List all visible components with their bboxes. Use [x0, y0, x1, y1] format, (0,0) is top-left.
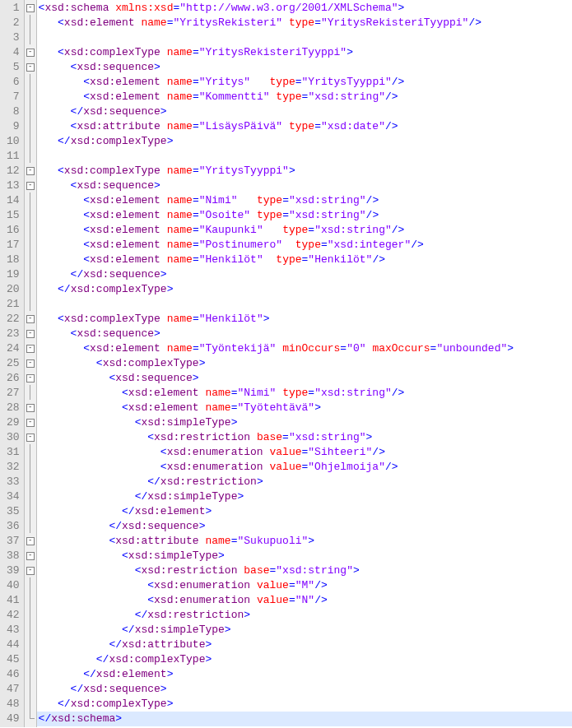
fold-cell[interactable] — [25, 489, 36, 503]
code-line[interactable]: <xsd:enumeration value="N"/> — [37, 593, 572, 608]
fold-cell[interactable] — [25, 607, 36, 622]
fold-cell[interactable]: - — [25, 59, 36, 74]
fold-cell[interactable]: - — [25, 341, 36, 355]
fold-cell[interactable] — [25, 192, 36, 207]
code-line[interactable]: <xsd:element name="Kaupunki" type="xsd:s… — [37, 223, 572, 238]
fold-cell[interactable] — [25, 30, 36, 44]
code-line[interactable]: <xsd:complexType name="Henkilöt"> — [37, 312, 572, 327]
code-line[interactable]: <xsd:sequence> — [37, 327, 572, 341]
code-line[interactable]: </xsd:complexType> — [37, 697, 572, 712]
code-line[interactable]: </xsd:complexType> — [37, 134, 572, 149]
code-line[interactable]: <xsd:element name="Henkilöt" type="Henki… — [37, 253, 572, 267]
code-line[interactable]: <xsd:element name="Työtehtävä"> — [37, 401, 572, 415]
code-line[interactable] — [37, 30, 572, 45]
fold-cell[interactable]: - — [25, 326, 36, 341]
fold-open-icon[interactable]: - — [26, 330, 35, 338]
fold-cell[interactable] — [25, 503, 36, 518]
fold-cell[interactable] — [25, 267, 36, 281]
fold-cell[interactable] — [25, 385, 36, 400]
code-line[interactable]: <xsd:simpleType> — [37, 415, 572, 430]
fold-cell[interactable]: - — [25, 355, 36, 370]
fold-open-icon[interactable]: - — [26, 167, 35, 175]
fold-open-icon[interactable]: - — [26, 374, 35, 383]
fold-open-icon[interactable]: - — [26, 49, 35, 57]
code-line[interactable]: <xsd:complexType> — [37, 356, 572, 371]
code-line[interactable]: <xsd:element name="Kommentti" type="xsd:… — [37, 90, 572, 104]
code-line[interactable]: <xsd:element name="Postinumero" type="xs… — [37, 238, 572, 253]
fold-open-icon[interactable]: - — [26, 552, 35, 560]
code-line[interactable]: <xsd:sequence> — [37, 371, 572, 386]
code-line[interactable]: <xsd:element name="Työntekijä" minOccurs… — [37, 341, 572, 356]
fold-cell[interactable] — [25, 637, 36, 651]
fold-cell[interactable] — [25, 74, 36, 89]
fold-cell[interactable]: - — [25, 44, 36, 59]
code-line[interactable]: <xsd:enumeration value="M"/> — [37, 578, 572, 593]
fold-cell[interactable] — [25, 696, 36, 711]
code-line[interactable]: <xsd:sequence> — [37, 60, 572, 75]
fold-cell[interactable] — [25, 459, 36, 474]
fold-cell[interactable]: - — [25, 311, 36, 326]
code-line[interactable]: <xsd:restriction base="xsd:string"> — [37, 430, 572, 445]
code-line[interactable]: <xsd:element name="Nimi" type="xsd:strin… — [37, 193, 572, 208]
code-line[interactable]: </xsd:complexType> — [37, 282, 572, 297]
fold-cell[interactable] — [25, 622, 36, 637]
fold-cell[interactable] — [25, 104, 36, 118]
fold-cell[interactable]: - — [25, 548, 36, 563]
fold-open-icon[interactable]: - — [26, 4, 35, 12]
code-line[interactable]: <xsd:complexType name="YritysTyyppi"> — [37, 164, 572, 179]
fold-cell[interactable] — [25, 474, 36, 489]
fold-cell[interactable]: - — [25, 533, 36, 548]
code-line[interactable]: </xsd:simpleType> — [37, 489, 572, 504]
fold-cell[interactable]: - — [25, 0, 36, 15]
fold-open-icon[interactable]: - — [26, 315, 35, 323]
code-line[interactable]: <xsd:enumeration value="Sihteeri"/> — [37, 445, 572, 460]
fold-cell[interactable] — [25, 133, 36, 148]
code-line[interactable]: </xsd:sequence> — [37, 519, 572, 534]
code-line[interactable]: </xsd:restriction> — [37, 475, 572, 489]
fold-cell[interactable] — [25, 666, 36, 681]
fold-cell[interactable]: - — [25, 370, 36, 385]
fold-open-icon[interactable]: - — [26, 434, 35, 442]
code-line[interactable]: <xsd:element name="Nimi" type="xsd:strin… — [37, 386, 572, 401]
code-line[interactable]: <xsd:simpleType> — [37, 549, 572, 563]
code-line[interactable]: <xsd:attribute name="Sukupuoli"> — [37, 534, 572, 549]
code-area[interactable]: <xsd:schema xmlns:xsd="http://www.w3.org… — [37, 0, 572, 727]
code-line[interactable]: </xsd:sequence> — [37, 104, 572, 119]
code-line[interactable]: <xsd:complexType name="YritysRekisteriTy… — [37, 45, 572, 60]
fold-cell[interactable] — [25, 651, 36, 666]
fold-cell[interactable] — [25, 518, 36, 533]
fold-cell[interactable] — [25, 118, 36, 133]
code-line[interactable]: </xsd:sequence> — [37, 682, 572, 697]
fold-open-icon[interactable]: - — [26, 359, 35, 368]
fold-cell[interactable] — [25, 592, 36, 607]
fold-gutter[interactable]: ---------------- — [25, 0, 37, 727]
code-line[interactable]: <xsd:restriction base="xsd:string"> — [37, 563, 572, 578]
fold-cell[interactable] — [25, 444, 36, 459]
code-line[interactable]: <xsd:enumeration value="Ohjelmoija"/> — [37, 460, 572, 475]
fold-open-icon[interactable]: - — [26, 404, 35, 412]
fold-cell[interactable] — [25, 89, 36, 104]
code-line[interactable]: <xsd:element name="YritysRekisteri" type… — [37, 16, 572, 30]
fold-cell[interactable]: - — [25, 400, 36, 415]
code-line[interactable]: <xsd:schema xmlns:xsd="http://www.w3.org… — [37, 1, 572, 16]
fold-open-icon[interactable]: - — [26, 182, 35, 190]
code-line[interactable]: <xsd:element name="Yritys" type="YritysT… — [37, 75, 572, 90]
code-line[interactable]: <xsd:element name="Osoite" type="xsd:str… — [37, 208, 572, 223]
code-line[interactable]: </xsd:element> — [37, 667, 572, 682]
code-line[interactable]: </xsd:sequence> — [37, 267, 572, 282]
code-line[interactable]: <xsd:sequence> — [37, 179, 572, 193]
fold-cell[interactable]: - — [25, 178, 36, 192]
fold-cell[interactable] — [25, 222, 36, 237]
fold-open-icon[interactable]: - — [26, 419, 35, 427]
fold-cell[interactable] — [25, 15, 36, 30]
code-line[interactable]: </xsd:element> — [37, 504, 572, 519]
fold-cell[interactable]: - — [25, 429, 36, 444]
code-line[interactable] — [37, 297, 572, 312]
fold-cell[interactable] — [25, 252, 36, 267]
code-line[interactable]: </xsd:attribute> — [37, 638, 572, 652]
fold-cell[interactable] — [25, 296, 36, 311]
fold-open-icon[interactable]: - — [26, 537, 35, 545]
fold-cell[interactable] — [25, 711, 36, 726]
fold-cell[interactable]: - — [25, 563, 36, 577]
fold-open-icon[interactable]: - — [26, 567, 35, 575]
